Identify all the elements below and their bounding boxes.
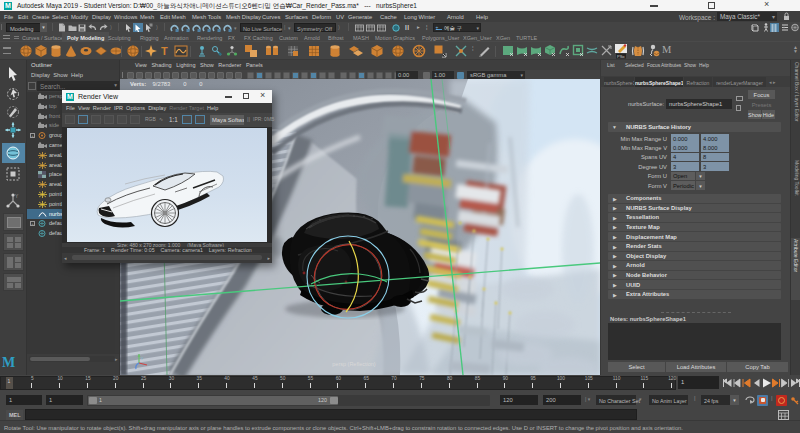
svg-text:y: y (141, 355, 143, 360)
svg-text:PSo: PSo (617, 54, 625, 59)
svg-text:Y: Y (15, 193, 19, 199)
svg-text:persp (Reflection): persp (Reflection) (332, 361, 376, 367)
